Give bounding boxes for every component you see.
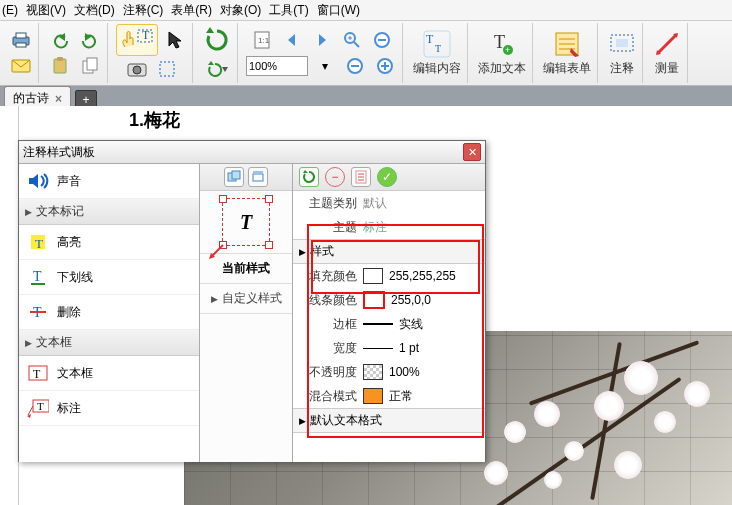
undo-icon[interactable] <box>47 27 73 53</box>
list-label: 高亮 <box>57 234 81 251</box>
apply-style-icon[interactable]: ✓ <box>377 167 397 187</box>
fill-label: 填充颜色 <box>297 268 357 285</box>
svg-marker-22 <box>319 34 326 46</box>
tab-close-icon[interactable]: × <box>55 92 62 106</box>
next-page-icon[interactable] <box>309 27 335 53</box>
menu-tools[interactable]: 工具(T) <box>269 2 308 19</box>
svg-rect-15 <box>160 62 174 76</box>
width-preview <box>363 348 393 349</box>
print-icon[interactable] <box>8 27 34 53</box>
refresh-style-icon[interactable] <box>299 167 319 187</box>
style-list-icon[interactable] <box>351 167 371 187</box>
list-item-sound[interactable]: 声音 <box>19 164 199 199</box>
main-toolbar: T 1:1 ▾ TT 编辑内容 T+ 添加文本 <box>0 21 732 86</box>
topic-cat-value[interactable]: 默认 <box>363 195 387 212</box>
fill-value[interactable]: 255,255,255 <box>389 269 456 283</box>
menu-window[interactable]: 窗口(W) <box>317 2 360 19</box>
hand-text-tool-icon[interactable]: T <box>116 24 158 56</box>
group-add-text[interactable]: T+ 添加文本 <box>472 23 533 83</box>
blend-label: 混合模式 <box>297 388 357 405</box>
stroke-swatch[interactable] <box>363 291 385 309</box>
menu-e[interactable]: (E) <box>2 3 18 17</box>
svg-rect-46 <box>616 39 628 47</box>
list-item-textbox[interactable]: T 文本框 <box>19 356 199 391</box>
topic-value[interactable]: 标注 <box>363 219 387 236</box>
copy-icon[interactable] <box>77 53 103 79</box>
mail-icon[interactable] <box>8 53 34 79</box>
panel-mid: T 当前样式 ▶自定义样式 <box>200 164 293 462</box>
svg-rect-65 <box>253 174 263 181</box>
svg-text:T: T <box>426 32 434 46</box>
svg-line-47 <box>658 35 676 53</box>
select-icon[interactable] <box>154 56 180 82</box>
border-label: 边框 <box>297 316 357 333</box>
svg-marker-12 <box>169 32 181 48</box>
highlight-icon: T <box>27 231 49 253</box>
group-annotate[interactable]: 注释 <box>602 23 643 83</box>
svg-rect-7 <box>57 57 63 61</box>
fit-page-icon[interactable]: 1:1 <box>249 27 275 53</box>
section-text-marking[interactable]: ▶文本标记 <box>19 199 199 225</box>
zoom-out-circle-icon[interactable] <box>369 27 395 53</box>
zoom-in-lens-icon[interactable] <box>339 27 365 53</box>
list-item-highlight[interactable]: T 高亮 <box>19 225 199 260</box>
border-value[interactable]: 实线 <box>399 316 423 333</box>
panel-titlebar[interactable]: 注释样式调板 ✕ <box>19 141 485 164</box>
tab-title: 的古诗 <box>13 90 49 107</box>
list-item-underline[interactable]: T 下划线 <box>19 260 199 295</box>
svg-marker-4 <box>59 33 65 41</box>
group-edit-content[interactable]: TT 编辑内容 <box>407 23 468 83</box>
svg-marker-17 <box>208 61 214 65</box>
list-item-callout[interactable]: T 标注 <box>19 391 199 426</box>
menu-document[interactable]: 文档(D) <box>74 2 115 19</box>
delete-style-icon[interactable]: − <box>325 167 345 187</box>
section-textformat-label: 默认文本格式 <box>310 412 382 429</box>
svg-text:+: + <box>505 45 510 55</box>
svg-marker-16 <box>206 27 214 33</box>
zoom-in-icon[interactable] <box>372 53 398 79</box>
menu-object[interactable]: 对象(O) <box>220 2 261 19</box>
label-annotate: 注释 <box>610 60 634 77</box>
custom-style-label: 自定义样式 <box>222 290 282 307</box>
section-textbox[interactable]: ▶文本框 <box>19 330 199 356</box>
svg-rect-6 <box>54 59 66 73</box>
opacity-value[interactable]: 100% <box>389 365 420 379</box>
fill-swatch[interactable] <box>363 268 383 284</box>
screenshot-icon[interactable] <box>124 56 150 82</box>
stroke-value[interactable]: 255,0,0 <box>391 293 431 307</box>
refresh-dropdown-icon[interactable] <box>201 56 233 82</box>
list-item-strikeout[interactable]: T 删除 <box>19 295 199 330</box>
blend-swatch[interactable] <box>363 388 383 404</box>
blend-value[interactable]: 正常 <box>389 388 413 405</box>
svg-marker-18 <box>222 67 228 72</box>
zoom-out-icon[interactable] <box>342 53 368 79</box>
menu-view[interactable]: 视图(V) <box>26 2 66 19</box>
panel-right: − ✓ 主题类别 默认 主题 标注 ▶ 样式 填充颜色 255,255,255 <box>293 164 485 462</box>
list-label: 删除 <box>57 304 81 321</box>
cursor-icon[interactable] <box>162 27 188 53</box>
prev-page-icon[interactable] <box>279 27 305 53</box>
label-edit-content: 编辑内容 <box>413 60 461 77</box>
panel-close-button[interactable]: ✕ <box>463 143 481 161</box>
sound-icon <box>27 170 49 192</box>
refresh-icon[interactable] <box>201 24 233 56</box>
redo-icon[interactable] <box>77 27 103 53</box>
svg-marker-50 <box>29 174 38 188</box>
mid-tool-2-icon[interactable] <box>248 167 268 187</box>
svg-marker-5 <box>85 33 91 41</box>
zoom-input[interactable] <box>246 56 308 76</box>
svg-rect-1 <box>16 33 26 38</box>
zoom-dropdown-icon[interactable]: ▾ <box>312 53 338 79</box>
menu-form[interactable]: 表单(R) <box>171 2 212 19</box>
menu-annotation[interactable]: 注释(C) <box>123 2 164 19</box>
width-value[interactable]: 1 pt <box>399 341 419 355</box>
opacity-swatch[interactable] <box>363 364 383 380</box>
svg-marker-21 <box>288 34 295 46</box>
mid-tool-1-icon[interactable] <box>224 167 244 187</box>
paste-icon[interactable] <box>47 53 73 79</box>
group-edit-form[interactable]: 编辑表单 <box>537 23 598 83</box>
svg-line-61 <box>28 406 33 415</box>
group-measure[interactable]: 测量 <box>647 23 688 83</box>
svg-text:T: T <box>37 400 44 412</box>
custom-style-item[interactable]: ▶自定义样式 <box>200 284 292 314</box>
